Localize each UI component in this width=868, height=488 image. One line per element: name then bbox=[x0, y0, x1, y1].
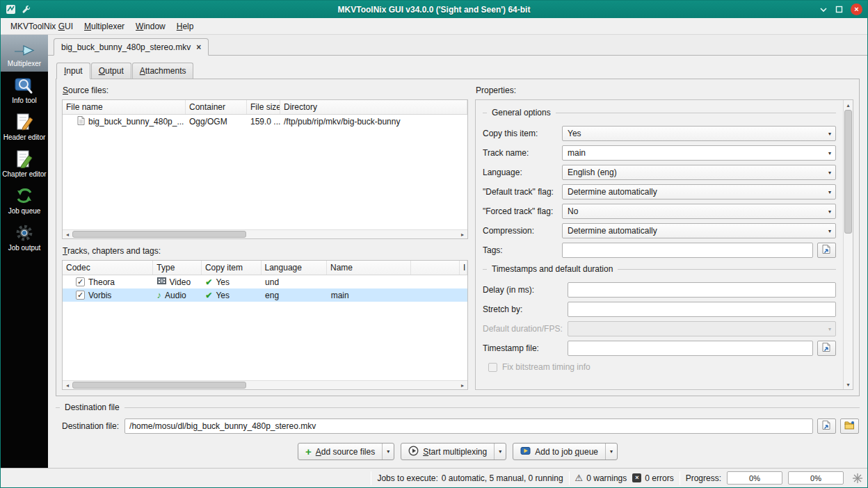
column-container[interactable]: Container bbox=[186, 100, 247, 114]
tracks-table: Codec Type Copy item Language Name I bbox=[62, 260, 468, 390]
language-label: Language: bbox=[483, 168, 562, 177]
action-buttons: + Add source files ▾ Start multiplexing bbox=[56, 443, 860, 460]
track-row-vorbis[interactable]: ✓ Vorbis ♪ Audio ✔ Yes bbox=[63, 288, 467, 302]
file-tab[interactable]: big_buck_bunny_480p_stereo.mkv × bbox=[54, 38, 209, 56]
sidebar-item-job-output[interactable]: Job output bbox=[1, 219, 48, 256]
app-icon bbox=[6, 4, 16, 15]
compression-combo[interactable]: Determine automatically ▾ bbox=[562, 223, 836, 238]
chevron-down-icon: ▾ bbox=[824, 228, 835, 234]
folder-icon bbox=[844, 421, 855, 432]
sidebar-item-multiplexer[interactable]: Multiplexer bbox=[1, 35, 48, 72]
track-row-theora[interactable]: ✓ Theora Video bbox=[63, 275, 467, 288]
add-to-job-queue-menu-button[interactable]: ▾ bbox=[606, 444, 617, 459]
scrollbar-handle[interactable] bbox=[72, 382, 246, 389]
sidebar-item-chapter-editor[interactable]: Chapter editor bbox=[1, 145, 48, 182]
column-name[interactable]: Name bbox=[327, 261, 411, 275]
check-icon: ✔ bbox=[205, 291, 212, 300]
default-track-flag-label: "Default track" flag: bbox=[483, 187, 562, 197]
scroll-left-icon[interactable]: ◂ bbox=[63, 230, 72, 238]
scrollbar-handle[interactable] bbox=[844, 110, 852, 234]
properties-label: Properties: bbox=[476, 86, 853, 95]
column-language[interactable]: Language bbox=[262, 261, 328, 275]
properties-vscrollbar[interactable]: ▴ ▾ bbox=[843, 100, 853, 389]
timestamp-file-input[interactable] bbox=[568, 341, 813, 356]
minimize-button[interactable] bbox=[819, 7, 828, 13]
source-files-header[interactable]: File name Container File size Directory bbox=[63, 100, 467, 115]
menu-window[interactable]: Window bbox=[130, 19, 171, 33]
menu-help[interactable]: Help bbox=[171, 19, 200, 33]
menu-multiplexer[interactable]: Multiplexer bbox=[79, 19, 130, 33]
sidebar-item-header-editor[interactable]: Header editor bbox=[1, 108, 48, 145]
copy-this-item-label: Copy this item: bbox=[483, 129, 562, 138]
tab-attachments[interactable]: Attachments bbox=[132, 63, 194, 79]
delay-input[interactable] bbox=[568, 282, 836, 298]
page-pencil-icon bbox=[15, 113, 33, 133]
plus-icon: + bbox=[305, 446, 312, 457]
source-files-table: File name Container File size Directory bbox=[62, 99, 468, 239]
file-icon bbox=[77, 116, 85, 127]
tags-input[interactable] bbox=[562, 243, 813, 258]
add-source-files-menu-button[interactable]: ▾ bbox=[383, 444, 394, 459]
window-title: MKVToolNix GUI v34.0.0 ('Sight and Seen'… bbox=[1, 5, 867, 15]
source-files-label: Source files: bbox=[63, 86, 468, 95]
tracks-header[interactable]: Codec Type Copy item Language Name I bbox=[63, 261, 467, 275]
check-icon: ✔ bbox=[205, 278, 212, 286]
error-icon: × bbox=[632, 473, 641, 482]
column-id-partial[interactable]: I bbox=[460, 261, 467, 275]
track-checkbox[interactable]: ✓ bbox=[76, 291, 85, 300]
chevron-down-icon: ▾ bbox=[824, 131, 835, 137]
source-files-hscrollbar[interactable]: ◂ ▸ bbox=[63, 229, 467, 238]
scrollbar-handle[interactable] bbox=[72, 231, 246, 238]
open-file-icon bbox=[822, 245, 832, 256]
start-multiplexing-button[interactable]: Start multiplexing bbox=[401, 444, 495, 459]
tab-output[interactable]: Output bbox=[91, 63, 131, 79]
scroll-right-icon[interactable]: ▸ bbox=[458, 230, 467, 238]
destination-file-input[interactable] bbox=[124, 418, 813, 434]
scroll-left-icon[interactable]: ◂ bbox=[63, 381, 72, 389]
default-track-flag-combo[interactable]: Determine automatically ▾ bbox=[562, 184, 836, 200]
column-blank[interactable] bbox=[411, 261, 460, 275]
menu-mkvtoolnix-gui[interactable]: MKVToolNix GUI bbox=[5, 19, 79, 33]
column-file-name[interactable]: File name bbox=[63, 100, 186, 114]
close-button[interactable]: × bbox=[851, 3, 862, 15]
resize-grip[interactable] bbox=[849, 470, 866, 487]
multiplexer-icon bbox=[13, 40, 35, 59]
track-name-combo[interactable]: main ▾ bbox=[562, 145, 836, 161]
column-type[interactable]: Type bbox=[153, 261, 202, 275]
column-copy-item[interactable]: Copy item bbox=[202, 261, 262, 275]
magnifier-icon bbox=[15, 76, 34, 96]
circular-arrows-icon bbox=[15, 187, 34, 206]
language-combo[interactable]: English (eng) ▾ bbox=[562, 165, 836, 180]
maximize-button[interactable] bbox=[835, 6, 843, 13]
track-name-label: Track name: bbox=[483, 148, 562, 158]
scroll-up-icon[interactable]: ▴ bbox=[844, 100, 853, 110]
add-to-job-queue-icon bbox=[520, 446, 531, 457]
start-multiplexing-menu-button[interactable]: ▾ bbox=[495, 444, 506, 459]
column-file-size[interactable]: File size bbox=[247, 100, 280, 114]
scroll-right-icon[interactable]: ▸ bbox=[458, 381, 467, 389]
compression-label: Compression: bbox=[483, 226, 562, 236]
source-file-row[interactable]: big_buck_bunny_480p_... Ogg/OGM 159.0 ..… bbox=[63, 115, 467, 128]
play-icon bbox=[408, 446, 419, 458]
scroll-down-icon[interactable]: ▾ bbox=[844, 380, 853, 389]
destination-folder-button[interactable] bbox=[840, 418, 859, 434]
input-tab-frame: Source files: File name Container File s… bbox=[56, 79, 860, 396]
titlebar[interactable]: MKVToolNix GUI v34.0.0 ('Sight and Seen'… bbox=[1, 1, 867, 18]
column-directory[interactable]: Directory bbox=[280, 100, 467, 114]
timestamp-file-browse-button[interactable] bbox=[817, 341, 836, 356]
add-to-job-queue-button[interactable]: Add to job queue bbox=[513, 444, 606, 459]
sidebar-item-job-queue[interactable]: Job queue bbox=[1, 182, 48, 219]
sidebar-item-info-tool[interactable]: Info tool bbox=[1, 72, 48, 108]
destination-browse-button[interactable] bbox=[817, 418, 836, 434]
copy-this-item-combo[interactable]: Yes ▾ bbox=[562, 126, 836, 141]
track-checkbox[interactable]: ✓ bbox=[76, 277, 85, 286]
close-tab-icon[interactable]: × bbox=[196, 43, 201, 51]
tracks-hscrollbar[interactable]: ◂ ▸ bbox=[63, 380, 467, 389]
forced-track-flag-combo[interactable]: No ▾ bbox=[562, 204, 836, 219]
add-source-files-button[interactable]: + Add source files bbox=[298, 444, 383, 459]
tags-browse-button[interactable] bbox=[817, 243, 836, 258]
column-codec[interactable]: Codec bbox=[63, 261, 153, 275]
destination-group-title: Destination file bbox=[65, 402, 120, 412]
tab-input[interactable]: Input bbox=[56, 63, 90, 79]
stretch-by-input[interactable] bbox=[568, 302, 836, 317]
